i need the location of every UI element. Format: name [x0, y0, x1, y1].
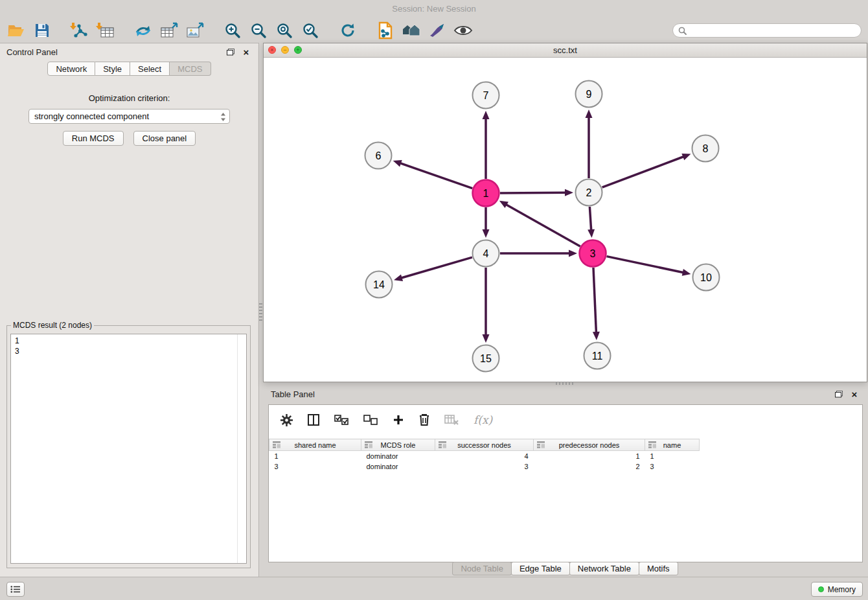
graph-node-9[interactable]: 9	[576, 81, 602, 108]
tab-node-table[interactable]: Node Table	[452, 562, 512, 575]
graph-node-1[interactable]: 1	[473, 180, 499, 207]
table-row[interactable]: 3dominator323	[269, 461, 700, 472]
graph-edge-3-10[interactable]	[607, 257, 691, 276]
svg-text:6: 6	[376, 150, 382, 161]
graph-edge-4-3[interactable]	[500, 250, 577, 257]
close-table-panel-icon[interactable]: ×	[849, 389, 860, 399]
clipboard-network-icon[interactable]	[374, 21, 396, 40]
column-header-shared-name[interactable]: shared name	[269, 439, 361, 451]
tab-select[interactable]: Select	[130, 62, 170, 76]
graph-edge-2-3[interactable]	[588, 207, 595, 238]
float-panel-icon[interactable]	[225, 47, 236, 57]
column-header-name[interactable]: name	[645, 439, 700, 451]
tab-style[interactable]: Style	[95, 62, 130, 76]
graph-node-15[interactable]: 15	[473, 345, 499, 372]
graph-node-11[interactable]: 11	[584, 343, 611, 369]
tab-mcds[interactable]: MCDS	[170, 62, 211, 76]
graph-node-7[interactable]: 7	[473, 82, 499, 109]
mcds-result-title: MCDS result (2 nodes)	[11, 321, 94, 330]
task-history-button[interactable]	[6, 582, 25, 597]
gear-icon[interactable]	[280, 414, 293, 426]
table-row[interactable]: 1dominator411	[269, 451, 700, 461]
delete-table-icon[interactable]	[444, 414, 459, 426]
trash-icon[interactable]	[418, 413, 430, 426]
panel-splitter-vertical[interactable]	[259, 303, 262, 321]
zoom-out-icon[interactable]	[247, 21, 269, 40]
mcds-result-fieldset: MCDS result (2 nodes) 13	[6, 321, 251, 568]
panel-splitter-horizontal[interactable]	[556, 382, 574, 385]
select-all-icon[interactable]	[334, 415, 349, 426]
graph-node-8[interactable]: 8	[692, 135, 719, 162]
svg-text:1: 1	[483, 188, 489, 199]
tab-network-table[interactable]: Network Table	[569, 562, 639, 575]
scrollbar-track[interactable]	[237, 334, 238, 563]
graph-node-2[interactable]: 2	[576, 179, 602, 206]
graph-edge-4-15[interactable]	[483, 268, 490, 343]
save-icon[interactable]	[31, 21, 53, 40]
search-input[interactable]	[690, 25, 856, 36]
float-table-panel-icon[interactable]	[833, 389, 845, 399]
close-panel-button[interactable]: Close panel	[133, 131, 196, 146]
style-icon[interactable]	[426, 21, 448, 40]
refresh-icon[interactable]	[337, 21, 359, 40]
control-panel-tabs: NetworkStyleSelectMCDS	[0, 62, 258, 76]
graph-edge-1-4[interactable]	[483, 207, 490, 238]
zoom-fit-icon[interactable]	[273, 21, 295, 40]
columns-icon[interactable]	[307, 413, 320, 426]
status-bar: Memory	[0, 577, 868, 600]
graph-edge-1-2[interactable]	[500, 189, 573, 196]
import-network-icon[interactable]	[69, 21, 91, 40]
export-image-icon[interactable]	[184, 21, 206, 40]
close-panel-icon[interactable]: ×	[240, 47, 252, 57]
graph-edge-3-11[interactable]	[593, 268, 600, 340]
table-tabs: Node TableEdge TableNetwork TableMotifs	[263, 562, 868, 575]
mcds-result-list[interactable]: 13	[10, 334, 247, 564]
memory-button[interactable]: Memory	[811, 582, 863, 597]
tab-motifs[interactable]: Motifs	[639, 562, 678, 575]
memory-status-icon	[818, 586, 824, 592]
graph-node-14[interactable]: 14	[366, 271, 393, 298]
zoom-in-icon[interactable]	[222, 21, 244, 40]
tab-network[interactable]: Network	[47, 62, 95, 76]
open-folder-icon[interactable]	[5, 21, 27, 40]
graph-edge-2-9[interactable]	[586, 110, 593, 178]
optimization-dropdown[interactable]: strongly connected component	[29, 109, 230, 124]
svg-text:15: 15	[480, 353, 492, 364]
dropdown-value: strongly connected component	[34, 111, 149, 121]
minimize-window-icon[interactable]: −	[281, 46, 289, 54]
column-header-mcds-role[interactable]: MCDS role	[361, 439, 435, 451]
graph-edge-2-8[interactable]	[602, 154, 691, 187]
zoom-selected-icon[interactable]	[299, 21, 321, 40]
graph-node-3[interactable]: 3	[580, 240, 606, 267]
graph-edge-3-1[interactable]	[499, 201, 580, 246]
column-header-predecessor-nodes[interactable]: predecessor nodes	[534, 439, 645, 451]
tab-edge-table[interactable]: Edge Table	[511, 562, 570, 575]
column-header-successor-nodes[interactable]: successor nodes	[435, 439, 534, 451]
graph-node-4[interactable]: 4	[473, 240, 499, 267]
graph-node-10[interactable]: 10	[693, 264, 720, 291]
deselect-all-icon[interactable]	[363, 415, 378, 426]
add-column-icon[interactable]	[393, 414, 404, 426]
graph-edge-1-6[interactable]	[393, 160, 473, 189]
graph-edge-4-14[interactable]	[394, 257, 472, 281]
network-window-titlebar[interactable]: × − + scc.txt	[264, 43, 867, 58]
export-table-icon[interactable]	[158, 21, 180, 40]
function-builder-icon[interactable]: f(x)	[474, 413, 492, 426]
mcds-result-item[interactable]: 1	[15, 336, 242, 346]
node-table: shared nameMCDS rolesuccessor nodesprede…	[269, 439, 700, 472]
graph-node-6[interactable]: 6	[365, 143, 392, 169]
eye-icon[interactable]	[452, 21, 474, 40]
list-icon	[10, 585, 21, 594]
import-table-icon[interactable]	[95, 21, 117, 40]
network-window-title: scc.txt	[553, 45, 577, 55]
network-arrows-icon[interactable]	[132, 21, 154, 40]
maximize-window-icon[interactable]: +	[294, 46, 302, 54]
search-field[interactable]	[672, 23, 862, 38]
control-panel-header: Control Panel ×	[0, 43, 258, 60]
close-window-icon[interactable]: ×	[268, 46, 276, 54]
mcds-result-item[interactable]: 3	[15, 346, 242, 356]
graph-edge-1-7[interactable]	[483, 111, 490, 179]
network-canvas[interactable]: 7968124314101511	[264, 58, 867, 382]
home-icon[interactable]	[400, 21, 422, 40]
run-mcds-button[interactable]: Run MCDS	[63, 131, 124, 146]
